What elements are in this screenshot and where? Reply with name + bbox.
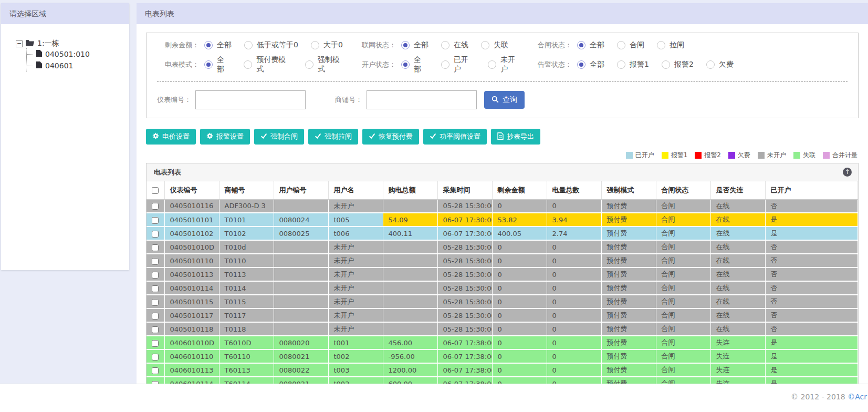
强制合闸-button[interactable]: 强制合闸 <box>254 129 304 145</box>
table-cell: 0405010110 <box>164 254 219 267</box>
row-checkbox[interactable] <box>152 258 159 265</box>
table-row[interactable]: 0405010113T0113未开户05-28 15:30:0000预付费合闸在… <box>147 267 858 281</box>
radio-option[interactable]: 全部 <box>577 40 604 50</box>
radio-option[interactable]: 预付费模式 <box>244 55 292 74</box>
meter-table-panel: 电表列表 ↑ 仪表编号商铺号用户编号用户名购电总额采集时间剩余金额电量总数强制模… <box>146 163 859 384</box>
radio-option[interactable]: 强制模式 <box>305 55 347 74</box>
row-checkbox[interactable] <box>152 285 159 292</box>
shop-no-input[interactable] <box>367 90 477 109</box>
table-row[interactable]: 040601010DT6010D0080020t001456.0006-07 1… <box>147 336 858 349</box>
select-all-checkbox[interactable] <box>152 187 159 194</box>
table-row[interactable]: 0406010114T601140080021t002600.0006-07 1… <box>147 377 858 384</box>
table-row[interactable]: 0405010115T0115未开户05-28 15:30:0000预付费合闸在… <box>147 295 858 308</box>
row-checkbox[interactable] <box>152 313 159 320</box>
table-row[interactable]: 0406010113T601130080022t0031200.0006-07 … <box>147 363 858 377</box>
radio-button-icon[interactable] <box>401 60 410 69</box>
legend-item: 已开户 <box>626 151 654 160</box>
radio-button-icon[interactable] <box>401 41 410 49</box>
radio-button-icon[interactable] <box>488 60 496 69</box>
tree-leaf-node[interactable]: 040601 <box>27 60 129 71</box>
radio-option[interactable]: 报警2 <box>662 60 694 69</box>
radio-button-icon[interactable] <box>204 60 213 69</box>
table-cell: t003 <box>328 363 383 377</box>
table-row[interactable]: 0406010110T601100080021t002-956.0006-07 … <box>147 349 858 363</box>
row-checkbox[interactable] <box>152 217 159 224</box>
radio-button-icon[interactable] <box>657 41 665 49</box>
radio-option[interactable]: 全部 <box>401 55 428 74</box>
query-button[interactable]: 查询 <box>484 91 525 109</box>
table-cell: 合闸 <box>656 349 710 363</box>
radio-button-icon[interactable] <box>204 41 213 49</box>
table-row[interactable]: 0405010110T0110未开户05-28 15:30:0000预付费合闸在… <box>147 254 858 267</box>
table-row[interactable]: 0405010102T01020080025t006400.1106-07 17… <box>147 226 858 240</box>
table-cell: 0405010117 <box>164 308 219 322</box>
radio-option[interactable]: 欠费 <box>706 60 734 69</box>
row-checkbox[interactable] <box>152 299 159 306</box>
radio-button-icon[interactable] <box>244 60 252 69</box>
电价设置-button[interactable]: 电价设置 <box>146 129 196 145</box>
radio-option[interactable]: 报警1 <box>617 60 649 69</box>
table-cell <box>274 254 328 267</box>
radio-option[interactable]: 全部 <box>204 55 231 74</box>
table-cell: 0080020 <box>274 336 328 349</box>
功率阈值设置-button[interactable]: 功率阈值设置 <box>423 129 487 145</box>
legend-item: 失联 <box>793 151 815 160</box>
radio-button-icon[interactable] <box>244 41 253 49</box>
radio-button-icon[interactable] <box>662 60 670 69</box>
table-cell: 在线 <box>710 281 765 295</box>
table-cell: T010d <box>219 240 274 254</box>
radio-option[interactable]: 全部 <box>204 40 232 50</box>
table-row[interactable]: 0405010117T0117未开户05-28 15:30:0000预付费合闸在… <box>147 308 858 322</box>
row-checkbox[interactable] <box>152 231 159 238</box>
radio-option[interactable]: 失联 <box>481 40 508 50</box>
radio-button-icon[interactable] <box>441 41 449 49</box>
radio-button-icon[interactable] <box>577 41 585 49</box>
table-row[interactable]: 040501010DT010d未开户05-28 15:30:0000预付费合闸在… <box>147 240 858 254</box>
table-row[interactable]: 0405010118T0118未开户05-28 15:30:0000预付费合闸在… <box>147 322 858 336</box>
tree-root-node[interactable]: − 1:一栋 <box>16 39 129 48</box>
radio-button-icon[interactable] <box>617 41 625 49</box>
row-checkbox[interactable] <box>152 340 159 347</box>
报警设置-button[interactable]: 报警设置 <box>200 129 250 145</box>
row-checkbox[interactable] <box>152 272 159 279</box>
radio-button-icon[interactable] <box>577 60 585 69</box>
radio-option[interactable]: 未开户 <box>488 55 522 74</box>
row-checkbox[interactable] <box>152 367 159 374</box>
radio-option[interactable]: 全部 <box>401 40 428 50</box>
table-row[interactable]: 0405010101T01010080024t00554.0906-07 17:… <box>147 213 858 226</box>
radio-option[interactable]: 大于0 <box>311 40 343 50</box>
radio-button-icon[interactable] <box>481 41 489 49</box>
radio-option[interactable]: 合闸 <box>617 40 644 50</box>
radio-option[interactable]: 在线 <box>441 40 468 50</box>
column-header: 购电总额 <box>383 181 437 199</box>
radio-button-icon[interactable] <box>706 60 715 69</box>
radio-button-icon[interactable] <box>617 60 625 69</box>
row-checkbox[interactable] <box>152 203 159 210</box>
table-cell: T60113 <box>219 363 274 377</box>
collapse-toggle-icon[interactable]: − <box>16 40 23 47</box>
radio-option[interactable]: 全部 <box>577 60 604 69</box>
legend-swatch <box>793 152 800 159</box>
radio-option[interactable]: 已开户 <box>441 55 476 74</box>
radio-option[interactable]: 拉闸 <box>657 40 684 50</box>
radio-option[interactable]: 低于或等于0 <box>244 40 298 50</box>
row-checkbox[interactable] <box>152 326 159 333</box>
table-row[interactable]: 0405010116ADF300-D 3未开户05-28 15:30:0000预… <box>147 199 858 213</box>
table-cell: 是 <box>765 377 858 384</box>
radio-button-icon[interactable] <box>441 60 449 69</box>
legend-swatch <box>728 152 735 159</box>
copyright-link[interactable]: ©Acr <box>848 393 867 401</box>
table-cell: 0406010114 <box>164 377 219 384</box>
collapse-panel-icon[interactable]: ↑ <box>843 168 852 177</box>
meter-no-input[interactable] <box>195 90 306 109</box>
强制拉闸-button[interactable]: 强制拉闸 <box>308 129 358 145</box>
row-checkbox[interactable] <box>152 244 159 251</box>
抄表导出-button[interactable]: 抄表导出 <box>491 129 540 145</box>
table-cell: 05-28 15:30:00 <box>437 267 492 281</box>
radio-button-icon[interactable] <box>305 60 313 69</box>
row-checkbox[interactable] <box>152 354 159 360</box>
table-row[interactable]: 0405010114T0114未开户05-28 15:30:0000预付费合闸在… <box>147 281 858 295</box>
恢复预付费-button[interactable]: 恢复预付费 <box>362 129 419 145</box>
tree-leaf-node[interactable]: 040501:010 <box>27 48 129 60</box>
radio-button-icon[interactable] <box>311 41 319 49</box>
